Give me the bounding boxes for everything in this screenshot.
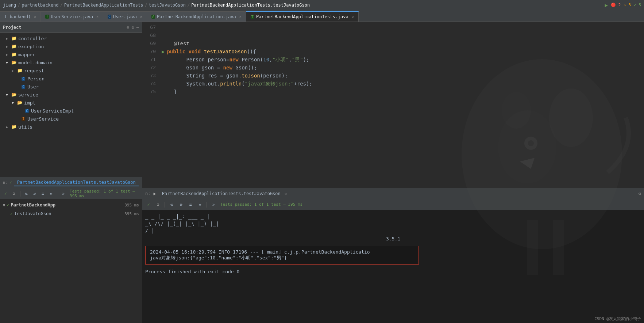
breadcrumb-tests[interactable]: PartnetBackendApplicationTests (64, 3, 143, 8)
folder-icon-impl: 📂 (17, 100, 23, 105)
code-line-73: String res = gson. toJson (person); (162, 72, 641, 80)
test-time-app: 395 ms (124, 203, 139, 208)
folder-icon-request: 📁 (17, 68, 23, 73)
file-tree: ▶ 📁 controller ▶ 📁 exception ▶ 📁 mapper (0, 33, 142, 177)
tab-1[interactable]: ! UserService.java ✕ (41, 11, 103, 22)
tree-label-request: request (24, 68, 44, 73)
test-expand-btn[interactable]: ⇔ (48, 190, 55, 198)
tab-1-close[interactable]: ✕ (96, 15, 99, 19)
run-line-70[interactable]: ▶ (162, 48, 165, 56)
tab-1-label: UserService.java (51, 14, 93, 19)
sidebar: Project ⊕ ⚙ — ▶ 📁 controller ▶ 📁 excepti… (0, 22, 142, 323)
tree-item-user[interactable]: ▶ C User (0, 83, 142, 91)
tab-bar: t-backend) ✕ ! UserService.java ✕ C User… (0, 10, 644, 22)
tab-4[interactable]: T PartnetBackendApplicationTests.java ✕ (246, 11, 359, 22)
annotation-test: @Test (162, 39, 189, 48)
tree-item-mapper[interactable]: ▶ 📁 mapper (0, 50, 142, 58)
sidebar-collapse-icon[interactable]: — (136, 25, 139, 30)
tab-0-close[interactable]: ✕ (34, 15, 36, 19)
tree-arrow-mapper: ▶ (6, 53, 10, 57)
test-filter-btn[interactable]: ⇵ (31, 190, 38, 198)
test-more-btn[interactable]: » (60, 190, 67, 198)
tree-label-service: service (18, 92, 38, 98)
line-num-73: 73 (142, 72, 156, 80)
breadcrumb-full[interactable]: PartnetBackendApplicationTests.testJavat… (191, 3, 310, 8)
console-tab-close[interactable]: ✕ (285, 192, 287, 196)
line-numbers: 67 68 69 70 71 72 73 74 75 (142, 22, 159, 96)
str-nan: "男" (292, 56, 303, 64)
folder-icon-mapper: 📁 (11, 52, 17, 57)
top-bar: jiang / partnetbackend / PartnetBackendA… (0, 0, 644, 10)
tree-item-controller[interactable]: ▶ 📁 controller (0, 34, 142, 42)
tree-item-service[interactable]: ▼ 📂 service (0, 91, 142, 99)
tab-3[interactable]: A PartnetBackendApplication.java ✕ (147, 11, 246, 22)
tree-label-impl: impl (24, 100, 35, 106)
console-more-btn[interactable]: » (209, 201, 217, 209)
folder-icon-utils: 📁 (11, 124, 17, 129)
tab-3-close[interactable]: ✕ (239, 15, 242, 19)
test-nav-back[interactable]: n: (3, 180, 7, 185)
sidebar-add-icon[interactable]: ⊕ (127, 25, 129, 30)
tab-0[interactable]: t-backend) ✕ (0, 11, 41, 22)
folder-icon-service: 📂 (11, 92, 17, 97)
sidebar-header: Project ⊕ ⚙ — (0, 22, 142, 33)
indent (162, 64, 186, 72)
indent (162, 80, 186, 88)
space: person= (205, 56, 229, 64)
line-num-69: 69 (142, 39, 156, 48)
tab-3-label: PartnetBackendApplication.java (157, 14, 236, 19)
breadcrumb-partnetbackend[interactable]: partnetbackend (22, 3, 58, 8)
test-run-all-btn[interactable]: ✓ (2, 190, 9, 198)
test-item-app[interactable]: ▼ ✓ PartnetBackendApp 395 ms (0, 201, 142, 209)
code-line-67 (162, 23, 641, 31)
tree-item-request[interactable]: ▶ 📁 request (0, 66, 142, 75)
tree-label-person: Person (27, 76, 45, 81)
test-stop-btn[interactable]: ⊘ (11, 190, 18, 198)
breadcrumb-jiang[interactable]: jiang (3, 3, 16, 8)
line-num-71: 71 (142, 56, 156, 64)
type-person: Person (186, 56, 205, 64)
run-button[interactable]: ▶ (605, 2, 608, 8)
test-label-app: PartnetBackendApp (11, 202, 55, 208)
console-expand-btn[interactable]: ⇔ (196, 201, 204, 209)
console-group-btn[interactable]: ≡ (186, 201, 194, 209)
test-panel: n: ✓ PartnetBackendApplicationTests.test… (0, 177, 142, 323)
kw-new: new (229, 56, 238, 64)
tab-2-close[interactable]: ✕ (140, 15, 142, 19)
sidebar-settings-icon[interactable]: ⚙ (132, 25, 134, 30)
console-sort-btn[interactable]: ⇅ (167, 201, 176, 209)
tab-2[interactable]: C User.java ✕ (103, 11, 147, 22)
console-filter-btn[interactable]: ⇵ (177, 201, 185, 209)
tree-item-person[interactable]: ▶ C Person (0, 75, 142, 83)
test-status: Tests passed: 1 of 1 test – 395 ms (70, 189, 140, 198)
tab-2-label: User.java (113, 14, 137, 19)
breadcrumb-method[interactable]: testJavatoGson (149, 3, 186, 8)
tree-item-impl[interactable]: ▼ 📂 impl (0, 99, 142, 107)
dot: .out. (205, 80, 220, 88)
tree-label-exception: exception (18, 44, 44, 49)
test-check-app: ✓ (7, 202, 9, 208)
tree-item-userserviceimpl[interactable]: ▶ C UserServiceImpl (0, 107, 142, 115)
tab-4-close[interactable]: ✕ (352, 15, 354, 19)
close: ); (303, 56, 309, 64)
code-content[interactable]: @Test ▶ public void testJavatoGson (){ P… (159, 22, 644, 188)
test-tab-main[interactable]: PartnetBackendApplicationTests.testJavat… (14, 179, 139, 186)
line-num-74: 74 (142, 80, 156, 88)
tree-item-model-domain[interactable]: ▼ 📂 model.domain (0, 58, 142, 66)
tree-item-userservice[interactable]: ▶ I UserService (0, 115, 142, 123)
console-run-btn[interactable]: ✓ (144, 201, 153, 209)
paren: (){ (247, 48, 256, 56)
test-panel-header: n: ✓ PartnetBackendApplicationTests.test… (0, 177, 142, 188)
console-settings-icon[interactable]: ⚙ (639, 191, 641, 196)
tree-item-utils[interactable]: ▶ 📁 utils (0, 123, 142, 131)
test-group-btn[interactable]: ≡ (39, 190, 46, 198)
kw-new2: new (223, 64, 232, 72)
console-tab-main[interactable]: PartnetBackendApplicationTests.testJavat… (160, 190, 289, 197)
test-sort-btn[interactable]: ⇅ (23, 190, 30, 198)
tree-label-utils: utils (18, 124, 32, 130)
test-item-method[interactable]: ✓ testJavatoGson 395 ms (0, 209, 142, 218)
console-stop-btn[interactable]: ⊘ (154, 201, 162, 209)
tree-item-exception[interactable]: ▶ 📁 exception (0, 42, 142, 50)
log-info-line: 2024-04-05 16:10:29.794 INFO 17196 --- [… (150, 249, 414, 255)
indent (162, 72, 186, 80)
